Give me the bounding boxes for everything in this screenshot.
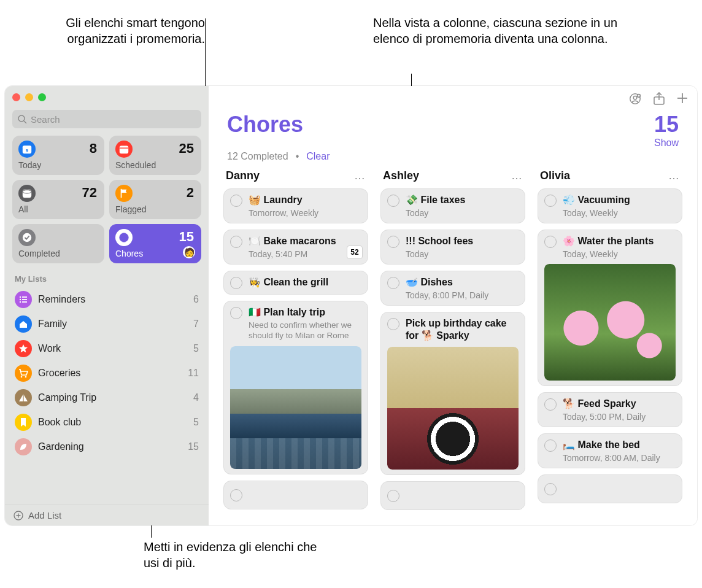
reminder-card[interactable]: 🇮🇹 Plan Italy tripNeed to confirm whethe… [223,301,368,474]
complete-toggle[interactable] [387,490,399,502]
list-name: Groceries [38,368,182,379]
smart-scheduled[interactable]: 25 Scheduled [109,136,201,175]
reminder-title: 🍽️ Bake macarons [249,235,336,247]
smart-label: All [18,204,97,214]
list-row-groceries[interactable]: Groceries 11 [12,361,201,385]
column-more-button[interactable]: … [668,169,680,182]
complete-toggle[interactable] [544,195,557,207]
reminder-title: 💸 File taxes [406,194,465,206]
column-more-button[interactable]: … [354,169,366,182]
reminder-card[interactable]: !!! School feesToday [380,230,525,265]
svg-rect-5 [120,146,128,154]
reminder-card[interactable]: Pick up birthday cake for 🐕 Sparky [380,312,525,475]
fullscreen-button[interactable] [38,93,46,101]
complete-toggle[interactable] [230,489,242,501]
reminder-image [230,346,361,469]
reminder-card[interactable]: 🛏️ Make the bedTomorrow, 8:00 AM, Daily [538,433,682,468]
reminder-meta: Today [406,249,519,259]
svg-point-15 [20,301,21,303]
list-row-camping-trip[interactable]: Camping Trip 4 [12,385,201,410]
list-count: 5 [193,343,199,354]
reminder-title: !!! School fees [406,235,473,247]
list-icon [15,340,32,357]
list-row-book-club[interactable]: Book club 5 [12,410,201,435]
column-header: Olivia … [538,169,682,188]
my-lists: My Lists Reminders 6 Family 7 Work 5 Gro… [12,272,201,505]
share-button[interactable] [653,92,665,106]
complete-toggle[interactable] [230,236,242,248]
add-list-label: Add List [28,510,61,520]
column-name: Olivia [540,169,570,182]
completed-icon [18,229,36,246]
collaborate-button[interactable] [628,92,642,106]
empty-reminder[interactable] [380,481,525,510]
reminder-card[interactable]: 💨 VacuumingToday, Weekly [538,188,682,223]
smart-lists-grid: 9 8 Today 25 Scheduled 72 All 2 Flagged … [12,136,201,263]
show-completed-button[interactable]: Show [654,137,679,149]
reminder-title: 🛏️ Make the bed [563,439,640,451]
minimize-button[interactable] [25,93,33,101]
reminder-card[interactable]: 🐕 Feed SparkyToday, 5:00 PM, Daily [538,392,682,427]
complete-toggle[interactable] [230,277,242,289]
reminder-badge: 52 [347,246,363,259]
smart-today[interactable]: 9 8 Today [12,136,104,175]
reminder-note: Need to confirm whether we should fly to… [249,320,361,341]
list-row-work[interactable]: Work 5 [12,336,201,361]
list-icon [15,389,32,406]
complete-toggle[interactable] [387,195,399,207]
complete-toggle[interactable] [387,236,399,248]
list-name: Work [38,343,187,354]
smart-count: 2 [187,185,194,201]
list-name: Camping Trip [38,392,187,403]
close-button[interactable] [12,93,20,101]
complete-toggle[interactable] [387,277,399,289]
reminder-meta: Today, 5:00 PM, Daily [563,412,676,422]
column-name: Ashley [383,169,419,182]
smart-label: Completed [18,249,97,258]
column-name: Danny [226,169,260,182]
reminder-image [387,347,519,470]
list-row-gardening[interactable]: Gardening 15 [12,435,201,459]
complete-toggle[interactable] [387,318,399,330]
reminder-card[interactable]: 🧺 LaundryTomorrow, Weekly [223,188,368,223]
column-more-button[interactable]: … [511,169,523,182]
add-list-button[interactable]: Add List [5,505,209,525]
clear-button[interactable]: Clear [306,151,330,162]
reminder-card[interactable]: 👩‍🍳 Clean the grill [223,271,368,295]
today-icon: 9 [18,141,36,158]
complete-toggle[interactable] [544,483,557,495]
complete-toggle[interactable] [230,307,242,319]
reminder-card[interactable]: 🍽️ Bake macaronsToday, 5:40 PM52 [223,230,368,265]
reminder-card[interactable]: 🥣 DishesToday, 8:00 PM, Daily [380,271,525,306]
add-reminder-button[interactable] [676,92,688,106]
reminder-card[interactable]: 💸 File taxesToday [380,188,525,223]
scheduled-icon [115,141,133,158]
annotation-smartlists: Gli elenchi smart tengono organizzati i … [38,15,205,47]
plus-circle-icon [14,511,23,520]
complete-toggle[interactable] [544,398,557,411]
empty-reminder[interactable] [223,481,368,509]
smart-all[interactable]: 72 All [12,180,104,219]
svg-point-8 [23,233,31,242]
list-row-reminders[interactable]: Reminders 6 [12,287,201,312]
svg-point-14 [20,299,21,300]
list-subtitle: 12 Completed • Clear [209,151,697,169]
reminder-card[interactable]: 🌸 Water the plantsToday, Weekly [538,230,682,386]
smart-count: 15 [179,229,194,245]
svg-point-25 [633,96,637,99]
smart-count: 72 [82,185,97,201]
complete-toggle[interactable] [544,236,557,248]
smart-label: Chores [115,249,194,258]
list-count: 11 [188,368,199,379]
smart-completed[interactable]: Completed [12,224,104,263]
smart-flagged[interactable]: 2 Flagged [109,180,201,219]
complete-toggle[interactable] [544,439,557,452]
list-count: 6 [193,294,199,305]
list-row-family[interactable]: Family 7 [12,312,201,336]
column-header: Danny … [223,169,368,188]
svg-point-19 [21,376,23,378]
empty-reminder[interactable] [538,474,682,503]
search-input[interactable] [12,110,201,128]
complete-toggle[interactable] [230,195,242,207]
smart-chores[interactable]: 15 Chores [109,224,201,263]
